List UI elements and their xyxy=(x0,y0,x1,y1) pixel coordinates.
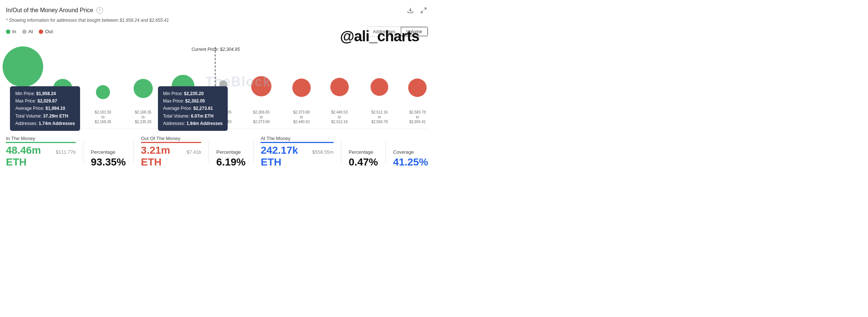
chart-bubble-0[interactable] xyxy=(3,46,43,87)
chart-bubble-9[interactable] xyxy=(371,78,388,96)
x-label-5: $2,302.05to$2,306.83 xyxy=(215,110,232,124)
out-pct-label: Percentage xyxy=(216,149,245,155)
expand-icon[interactable] xyxy=(419,6,428,15)
legend-label-in: In xyxy=(12,29,16,34)
in-the-money-label: In The Money xyxy=(6,136,76,143)
divider-6 xyxy=(385,141,386,163)
at-the-money-sub: $558.55m xyxy=(312,149,334,155)
legend-dot-at xyxy=(22,29,27,34)
divider-1 xyxy=(83,141,83,163)
out-the-money-value-row: 3.21m ETH $7.41b xyxy=(141,144,201,168)
x-label-1: $2,029.87to$2,101.50 xyxy=(55,110,71,124)
download-icon[interactable] xyxy=(406,6,415,15)
divider-4 xyxy=(253,141,254,163)
legend: In At Out xyxy=(6,29,53,34)
coverage-label: Coverage xyxy=(393,149,428,155)
chart-bubble-8[interactable] xyxy=(330,78,349,96)
at-the-money-value: 242.17k ETH xyxy=(261,144,309,168)
divider-5 xyxy=(341,141,341,163)
at-pct-value: 0.47% xyxy=(349,156,378,168)
at-the-money-label: At The Money xyxy=(261,136,334,143)
chart-inner: TheBlock Current Price: $2,304.95$1,958.… xyxy=(6,39,428,124)
chart-bubble-3[interactable] xyxy=(134,79,153,98)
out-the-money-sub: $7.41b xyxy=(186,149,201,155)
legend-label-out: Out xyxy=(45,29,53,34)
title-group: In/Out of the Money Around Price ? xyxy=(6,7,103,14)
at-the-money-group: At The Money 242.17k ETH $558.55m xyxy=(261,136,334,168)
x-label-9: $2,512.16to$2,583.78 xyxy=(371,110,388,124)
coverage-value: 41.25% xyxy=(393,156,428,168)
in-the-money-group: In The Money 48.46m ETH $111.77b xyxy=(6,136,76,168)
x-label-8: $2,440.53to$2,512.16 xyxy=(331,110,348,124)
tooltip-1: Min Price: $2,235.20Max Price: $2,302.05… xyxy=(158,86,228,131)
at-the-money-value-row: 242.17k ETH $558.55m xyxy=(261,144,334,168)
in-the-money-value: 48.46m ETH xyxy=(6,144,53,168)
x-label-7: $2,373.68to$2,440.53 xyxy=(293,110,310,124)
out-the-money-group: Out Of The Money 3.21m ETH $7.41b xyxy=(141,136,201,168)
chart-bubble-6[interactable] xyxy=(251,76,272,96)
x-label-3: $2,168.35to$2,235.20 xyxy=(135,110,152,124)
stats-row: In The Money 48.46m ETH $111.77b Percent… xyxy=(6,129,428,168)
in-the-money-value-row: 48.46m ETH $111.77b xyxy=(6,144,76,168)
page-title: In/Out of the Money Around Price xyxy=(6,7,93,14)
x-label-0: $1,958.24to$2,029.87 xyxy=(15,110,31,124)
legend-dot-out xyxy=(39,29,43,34)
x-label-2: $2,101.50to$2,168.35 xyxy=(95,110,111,124)
icon-buttons xyxy=(406,6,428,15)
svg-line-2 xyxy=(421,11,423,13)
chart-bubble-4[interactable] xyxy=(172,75,194,98)
out-pct-group: Percentage 6.19% xyxy=(216,149,245,168)
divider-2 xyxy=(133,141,134,163)
out-the-money-value: 3.21m ETH xyxy=(141,144,184,168)
chart-bubble-7[interactable] xyxy=(292,79,311,97)
at-pct-group: Percentage 0.47% xyxy=(349,149,378,168)
in-pct-label: Percentage xyxy=(91,149,126,155)
at-pct-label: Percentage xyxy=(349,149,378,155)
legend-item-in: In xyxy=(6,29,16,34)
chart-bubble-1[interactable] xyxy=(53,79,72,98)
chart-bubble-2[interactable] xyxy=(96,85,110,99)
chart-area: TheBlock Current Price: $2,304.95$1,958.… xyxy=(6,39,428,124)
header-row: In/Out of the Money Around Price ? xyxy=(6,6,428,15)
x-label-4: $2,235.20to$2,302.05 xyxy=(175,110,192,124)
in-pct-value: 93.35% xyxy=(91,156,126,168)
in-the-money-sub: $111.77b xyxy=(56,149,76,155)
legend-dot-in xyxy=(6,29,10,34)
chart-bubble-10[interactable] xyxy=(408,79,427,97)
x-label-6: $2,306.83to$2,373.68 xyxy=(253,110,270,124)
legend-item-at: At xyxy=(22,29,33,34)
chart-bubble-5[interactable] xyxy=(219,80,227,88)
legend-item-out: Out xyxy=(39,29,53,34)
out-pct-value: 6.19% xyxy=(216,156,245,168)
legend-label-at: At xyxy=(28,29,33,34)
coverage-group: Coverage 41.25% xyxy=(393,149,428,168)
divider-3 xyxy=(209,141,209,163)
current-price-label: Current Price: $2,304.95 xyxy=(192,47,240,52)
help-icon[interactable]: ? xyxy=(96,7,103,14)
in-pct-group: Percentage 93.35% xyxy=(91,149,126,168)
out-the-money-label: Out Of The Money xyxy=(141,136,201,143)
subtitle: * Showing information for addresses that… xyxy=(6,18,428,23)
svg-line-1 xyxy=(424,8,426,10)
x-label-10: $2,583.78to$2,655.41 xyxy=(409,110,426,124)
current-price-line: Current Price: $2,304.95 xyxy=(215,47,216,112)
